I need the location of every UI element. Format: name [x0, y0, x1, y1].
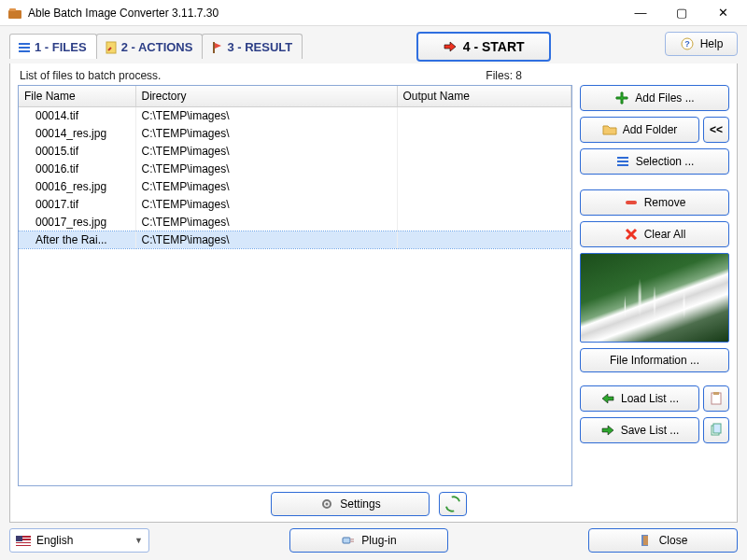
- app-icon: [7, 6, 22, 21]
- copy-list-button[interactable]: [703, 417, 729, 443]
- files-panel: List of files to batch process. Files: 8…: [9, 63, 738, 523]
- col-output[interactable]: Output Name: [397, 86, 571, 107]
- list-caption: List of files to batch process.: [20, 69, 161, 82]
- svg-rect-20: [350, 539, 354, 540]
- add-files-button[interactable]: Add Files ...: [580, 85, 729, 111]
- close-button[interactable]: Close: [588, 528, 738, 553]
- start-button[interactable]: 4 - START: [416, 32, 551, 62]
- file-table[interactable]: File Name Directory Output Name 00014.ti…: [18, 85, 572, 486]
- cell-directory: C:\TEMP\images\: [135, 161, 397, 178]
- table-row[interactable]: 00017.tifC:\TEMP\images\: [19, 196, 571, 214]
- client-area: 1 - FILES 2 - ACTIONS 3 - RESULT 4 - STA…: [0, 26, 747, 560]
- svg-text:?: ?: [684, 39, 690, 49]
- flag-us-icon: [16, 536, 31, 546]
- save-list-label: Save List ...: [621, 424, 680, 437]
- cell-output: [397, 231, 571, 249]
- refresh-button[interactable]: [439, 492, 467, 516]
- footer: English ▼ Plug-in Close: [9, 523, 738, 553]
- chevron-down-icon: ▼: [134, 536, 143, 545]
- cell-output: [397, 214, 571, 231]
- clear-all-button[interactable]: Clear All: [580, 221, 729, 247]
- svg-rect-4: [19, 50, 30, 52]
- image-preview: [580, 253, 729, 343]
- add-folder-label: Add Folder: [623, 123, 678, 136]
- cell-filename: 00016_res.jpg: [19, 178, 135, 196]
- settings-button[interactable]: Settings: [271, 492, 430, 516]
- maximize-button[interactable]: ▢: [661, 0, 702, 26]
- remove-button[interactable]: Remove: [580, 189, 729, 216]
- table-row[interactable]: 00015.tifC:\TEMP\images\: [19, 143, 571, 161]
- cell-filename: 00014.tif: [19, 107, 135, 125]
- paste-list-button[interactable]: [703, 385, 729, 412]
- cell-filename: 00017.tif: [19, 196, 135, 214]
- save-list-button[interactable]: Save List ...: [580, 417, 699, 443]
- svg-rect-16: [713, 424, 721, 433]
- load-list-button[interactable]: Load List ...: [580, 385, 699, 412]
- minimize-icon: —: [635, 6, 647, 20]
- plus-icon: [614, 91, 629, 105]
- table-row[interactable]: 00016.tifC:\TEMP\images\: [19, 161, 571, 178]
- table-row[interactable]: 00014.tifC:\TEMP\images\: [19, 107, 571, 125]
- help-button-label: Help: [700, 37, 724, 50]
- cell-output: [397, 107, 571, 125]
- table-row[interactable]: 00016_res.jpgC:\TEMP\images\: [19, 178, 571, 196]
- clipboard-icon: [709, 391, 724, 406]
- tab-result-label: 3 - RESULT: [227, 40, 292, 54]
- add-files-label: Add Files ...: [635, 91, 694, 105]
- cell-output: [397, 196, 571, 214]
- tab-actions[interactable]: 2 - ACTIONS: [96, 34, 204, 59]
- selection-label: Selection ...: [636, 155, 695, 168]
- plugin-button[interactable]: Plug-in: [289, 528, 448, 553]
- cell-directory: C:\TEMP\images\: [135, 107, 397, 125]
- language-label: English: [36, 534, 73, 547]
- tab-result[interactable]: 3 - RESULT: [202, 34, 303, 59]
- tab-files[interactable]: 1 - FILES: [9, 34, 97, 59]
- lines-icon: [615, 154, 630, 169]
- gear-icon: [319, 497, 334, 511]
- help-button[interactable]: ? Help: [665, 32, 738, 56]
- cell-directory: C:\TEMP\images\: [135, 231, 397, 249]
- minimize-button[interactable]: —: [620, 0, 661, 26]
- cell-directory: C:\TEMP\images\: [135, 125, 397, 143]
- tabs: 1 - FILES 2 - ACTIONS 3 - RESULT: [9, 34, 302, 59]
- cell-output: [397, 125, 571, 143]
- copy-icon: [709, 423, 724, 438]
- col-directory[interactable]: Directory: [135, 86, 397, 107]
- x-icon: [624, 227, 639, 242]
- cell-filename: 00015.tif: [19, 143, 135, 161]
- table-row[interactable]: After the Rai...C:\TEMP\images\: [19, 231, 571, 249]
- svg-rect-9: [617, 157, 628, 159]
- load-list-label: Load List ...: [621, 392, 679, 405]
- settings-label: Settings: [340, 497, 380, 511]
- app-window: Able Batch Image Converter 3.11.7.30 — ▢…: [0, 0, 747, 560]
- language-selector[interactable]: English ▼: [9, 528, 149, 553]
- svg-rect-14: [713, 392, 719, 395]
- expand-button[interactable]: <<: [703, 117, 729, 143]
- selection-button[interactable]: Selection ...: [580, 148, 729, 175]
- remove-label: Remove: [644, 196, 686, 209]
- close-window-button[interactable]: ✕: [702, 0, 743, 26]
- svg-rect-1: [9, 8, 16, 11]
- file-count: Files: 8: [486, 69, 522, 82]
- table-row[interactable]: 00017_res.jpgC:\TEMP\images\: [19, 214, 571, 231]
- table-row[interactable]: 00014_res.jpgC:\TEMP\images\: [19, 125, 571, 143]
- arrow-right-icon: [443, 39, 458, 54]
- svg-rect-0: [8, 10, 21, 19]
- cell-filename: 00014_res.jpg: [19, 125, 135, 143]
- file-info-label: File Information ...: [610, 354, 699, 367]
- cell-filename: 00016.tif: [19, 161, 135, 178]
- window-title: Able Batch Image Converter 3.11.7.30: [28, 7, 218, 20]
- tab-files-label: 1 - FILES: [35, 40, 87, 54]
- svg-rect-10: [617, 161, 628, 162]
- cell-output: [397, 178, 571, 196]
- file-info-button[interactable]: File Information ...: [580, 348, 729, 372]
- svg-point-18: [326, 503, 329, 506]
- list-icon: [18, 41, 31, 54]
- svg-rect-6: [213, 42, 215, 53]
- clear-all-label: Clear All: [644, 228, 686, 241]
- plugin-icon: [341, 533, 356, 548]
- add-folder-button[interactable]: Add Folder: [580, 117, 699, 143]
- col-filename[interactable]: File Name: [19, 86, 135, 107]
- plugin-label: Plug-in: [361, 534, 396, 547]
- close-label: Close: [659, 534, 688, 547]
